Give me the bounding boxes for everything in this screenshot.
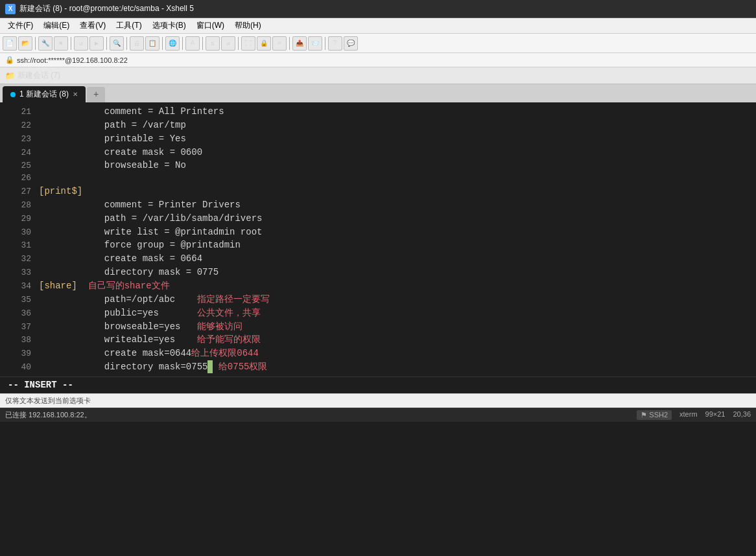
window-title: 新建会话 (8) - root@promote:/etc/samba - Xsh…: [19, 3, 194, 14]
transfer2-button[interactable]: ⇄: [221, 36, 235, 51]
kbd-button[interactable]: ⌨: [272, 36, 287, 51]
menu-help[interactable]: 帮助(H): [230, 19, 266, 32]
code-line-26: 26: [0, 172, 756, 185]
transfer-button[interactable]: ⇅: [206, 36, 220, 51]
properties-button[interactable]: 🔧: [38, 36, 53, 51]
send-btn[interactable]: 📤: [292, 36, 307, 51]
code-line-40: 40 directory mask=0755 给0755权限: [0, 360, 756, 374]
terminal-type: xterm: [679, 410, 698, 420]
lock-icon: 🔒: [5, 56, 14, 64]
new-tab-button[interactable]: +: [87, 87, 105, 102]
tab-close-button[interactable]: ✕: [73, 91, 78, 98]
code-line-39: 39 create mask=0644 给上传权限0644: [0, 347, 756, 360]
toolbar-sep-1: [35, 37, 36, 50]
code-line-34: 34 [share] 自己写的share文件: [0, 279, 756, 293]
code-line-31: 31 force group = @printadmin: [0, 238, 756, 252]
toolbar-sep-3: [106, 37, 107, 50]
new-session-button[interactable]: 📄: [3, 36, 17, 51]
ssh-indicator: ⚑ SSH2: [637, 410, 672, 420]
sessionbar: 📁 新建会话 (7): [0, 67, 756, 84]
toolbar-sep-8: [238, 37, 239, 50]
connection-status: 已连接 192.168.100.8:22。: [5, 410, 91, 420]
terminal-size: 99×21: [705, 410, 726, 420]
tab-label: 1 新建会话 (8): [19, 89, 69, 100]
send2-btn[interactable]: 📨: [308, 36, 322, 51]
titlebar: X 新建会话 (8) - root@promote:/etc/samba - X…: [0, 0, 756, 18]
insert-mode-text: -- INSERT --: [8, 380, 73, 390]
addressbar: 🔒 ssh://root:******@192.168.100.8:22: [0, 53, 756, 67]
terminal[interactable]: 21 comment = All Printers 22 path = /var…: [0, 102, 756, 376]
code-line-23: 23 printable = Yes: [0, 132, 756, 146]
fullscreen-button[interactable]: ⛶: [241, 36, 255, 51]
bottombar: 已连接 192.168.100.8:22。 ⚑ SSH2 xterm 99×21…: [0, 408, 756, 422]
print-button[interactable]: 🖨: [130, 36, 144, 51]
lock-button[interactable]: 🔒: [257, 36, 271, 51]
toolbar-sep-4: [126, 37, 127, 50]
code-line-21: 21 comment = All Printers: [0, 105, 756, 119]
toolbar-sep-7: [202, 37, 203, 50]
find-button[interactable]: 🔍: [110, 36, 124, 51]
toolbar: 📄 📂 🔧 ✖ ↺ ▶ 🔍 🖨 📋 🌐 A ⇅ ⇄ ⛶ 🔒 ⌨ 📤 📨 ? 💬: [0, 34, 756, 53]
toolbar-sep-9: [289, 37, 290, 50]
font-button[interactable]: A: [185, 36, 200, 51]
disconnect-button[interactable]: ✖: [54, 36, 68, 51]
menu-file[interactable]: 文件(F): [3, 19, 38, 32]
code-line-27: 27 [print$]: [0, 185, 756, 198]
code-line-33: 33 directory mask = 0775: [0, 266, 756, 279]
code-line-32: 32 create mask = 0664: [0, 252, 756, 266]
insert-mode-bar: -- INSERT --: [0, 376, 756, 393]
toolbar-sep-10: [325, 37, 325, 50]
app-icon: X: [5, 4, 16, 14]
print2-button[interactable]: 📋: [145, 36, 159, 51]
new-session-btn2[interactable]: ▶: [89, 36, 104, 51]
tabstrip: 1 新建会话 (8) ✕ +: [0, 84, 756, 102]
bottom-right-info: ⚑ SSH2 xterm 99×21 20,36: [637, 410, 751, 420]
help-button[interactable]: ?: [328, 36, 342, 51]
code-line-38: 38 writeable=yes 给予能写的权限: [0, 333, 756, 347]
text-cursor: [207, 360, 213, 373]
code-line-22: 22 path = /var/tmp: [0, 119, 756, 132]
toolbar-sep-5: [162, 37, 163, 50]
code-line-25: 25 browseable = No: [0, 159, 756, 172]
menu-edit[interactable]: 编辑(E): [38, 19, 75, 32]
toolbar-sep-6: [182, 37, 183, 50]
code-line-37: 37 browseable=yes 能够被访问: [0, 320, 756, 334]
code-line-36: 36 public=yes 公共文件，共享: [0, 307, 756, 320]
address-text: ssh://root:******@192.168.100.8:22: [17, 56, 128, 64]
menubar: 文件(F) 编辑(E) 查看(V) 工具(T) 选项卡(B) 窗口(W) 帮助(…: [0, 18, 756, 34]
menu-tools[interactable]: 工具(T): [111, 19, 147, 32]
active-tab[interactable]: 1 新建会话 (8) ✕: [3, 86, 86, 102]
globe-button[interactable]: 🌐: [165, 36, 180, 51]
session-label[interactable]: 新建会话 (7): [18, 70, 60, 81]
menu-view[interactable]: 查看(V): [75, 19, 111, 32]
toolbar-sep-2: [71, 37, 71, 50]
code-line-30: 30 write list = @printadmin root: [0, 226, 756, 239]
statusbar: 仅将文本发送到当前选项卡: [0, 393, 756, 408]
menu-tabs[interactable]: 选项卡(B): [147, 19, 191, 32]
folder-icon: 📁: [5, 71, 15, 80]
chat-button[interactable]: 💬: [344, 36, 358, 51]
cursor-position: 20,36: [733, 410, 751, 420]
code-line-28: 28 comment = Printer Drivers: [0, 198, 756, 212]
tab-indicator: [10, 92, 16, 97]
code-line-24: 24 create mask = 0600: [0, 146, 756, 159]
status-text: 仅将文本发送到当前选项卡: [5, 396, 91, 406]
menu-window[interactable]: 窗口(W): [191, 19, 230, 32]
code-line-29: 29 path = /var/lib/samba/drivers: [0, 212, 756, 226]
reconnect-button[interactable]: ↺: [74, 36, 88, 51]
open-button[interactable]: 📂: [18, 36, 32, 51]
code-line-35: 35 path=/opt/abc 指定路径一定要写: [0, 293, 756, 307]
